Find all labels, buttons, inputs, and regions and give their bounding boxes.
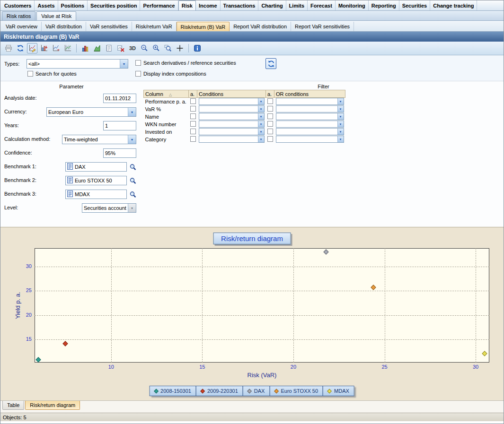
info-icon[interactable] — [192, 43, 203, 53]
or-condition-select[interactable]: ▼ — [276, 136, 344, 143]
tab-risk-return-b-var[interactable]: Risk/return (B) VaR — [177, 22, 230, 31]
or-condition-select[interactable]: ▼ — [276, 128, 344, 135]
or-active-checkbox[interactable] — [267, 121, 273, 127]
crosshair-icon[interactable] — [175, 43, 185, 53]
search-quotes-checkbox[interactable]: Search for quotes — [27, 71, 77, 77]
or-active-checkbox[interactable] — [267, 113, 273, 119]
search-panel: Types: <all> ▼ Search derivatives / refe… — [0, 55, 504, 81]
bottom-tab-risk-return-diagram[interactable]: Risk/return diagram — [25, 401, 80, 410]
search-magnifier-button[interactable] — [128, 176, 138, 186]
threed-icon[interactable]: 3D — [127, 43, 138, 53]
bar-chart-icon[interactable] — [80, 43, 90, 53]
tab-report-var-distribution[interactable]: Report VaR distribution — [230, 22, 291, 31]
menu-item-reporting[interactable]: Reporting — [369, 0, 399, 10]
benchmark-3-field[interactable]: MDAX — [65, 190, 127, 199]
menu-item-income[interactable]: Income — [196, 0, 221, 10]
search-derivatives-checkbox[interactable]: Search derivatives / reference securitie… — [135, 60, 236, 66]
diamond-icon — [154, 389, 159, 393]
refresh-search-button[interactable] — [265, 58, 276, 69]
menu-item-charting[interactable]: Charting — [258, 0, 286, 10]
condition-select[interactable]: ▼ — [199, 105, 265, 112]
filter-col-header-column-0[interactable]: Column△ — [144, 90, 189, 98]
tab-risk-return-var[interactable]: Risk/return VaR — [132, 22, 177, 31]
or-active-checkbox[interactable] — [267, 98, 273, 104]
legend-item-2009-220301[interactable]: 2009-220301 — [196, 386, 243, 396]
benchmark-2-field[interactable]: Euro STOXX 50 — [65, 176, 127, 185]
level-select[interactable]: Securities account▼ — [82, 203, 136, 213]
currency-select[interactable]: European Euro▼ — [46, 107, 136, 117]
values-chart-icon[interactable] — [39, 43, 49, 53]
filter-field-name: Name — [144, 113, 189, 121]
menu-item-forecast[interactable]: Forecast — [308, 0, 336, 10]
menu-item-assets[interactable]: Assets — [35, 0, 58, 10]
zoom-out-icon[interactable] — [139, 43, 150, 53]
tab-var-overview[interactable]: VaR overview — [2, 22, 42, 31]
and-active-checkbox[interactable] — [190, 106, 196, 112]
tab-var-sensitivities[interactable]: VaR sensitivities — [86, 22, 132, 31]
analysis-date-input[interactable] — [103, 94, 136, 103]
or-condition-select[interactable]: ▼ — [276, 113, 344, 120]
tab-value-at-risk[interactable]: Value at Risk — [36, 11, 76, 20]
zoom-window-icon[interactable] — [163, 43, 173, 53]
and-active-checkbox[interactable] — [190, 113, 196, 119]
or-condition-select[interactable]: ▼ — [276, 98, 344, 105]
area-chart-icon[interactable] — [92, 43, 102, 53]
menu-item-securities-position[interactable]: Securities position — [88, 0, 140, 10]
x-tick-label: 30 — [469, 364, 483, 370]
and-active-checkbox[interactable] — [190, 98, 196, 104]
benchmark-1-field[interactable]: DAX — [65, 162, 127, 172]
and-active-checkbox[interactable] — [190, 129, 196, 134]
tab-report-var-sensitivities[interactable]: Report VaR sensitivities — [291, 22, 354, 31]
filter-col-header-conditions-2[interactable]: Conditions — [197, 90, 266, 98]
filter-col-header-a-3[interactable]: a. — [266, 90, 274, 98]
condition-select[interactable]: ▼ — [199, 113, 265, 120]
condition-select[interactable]: ▼ — [199, 128, 265, 135]
types-select[interactable]: <all> ▼ — [27, 59, 128, 69]
chevron-down-icon: ▼ — [337, 98, 344, 104]
delete-chart-icon[interactable] — [115, 43, 126, 53]
search-magnifier-button[interactable] — [128, 190, 138, 199]
filter-col-header-or-conditions-4[interactable]: OR conditions — [274, 90, 345, 98]
or-active-checkbox[interactable] — [267, 136, 273, 142]
report-icon[interactable] — [104, 43, 114, 53]
menu-item-transactions[interactable]: Transactions — [221, 0, 259, 10]
condition-select[interactable]: ▼ — [199, 121, 265, 128]
edit-chart-icon[interactable] — [27, 43, 37, 53]
menu-item-customers[interactable]: Customers — [1, 0, 35, 10]
print-icon[interactable] — [3, 43, 14, 53]
x-tick-label: 25 — [378, 364, 392, 370]
tab-var-distribution[interactable]: VaR distribution — [42, 22, 86, 31]
zoom-in-icon[interactable] — [151, 43, 161, 53]
or-active-checkbox[interactable] — [267, 129, 273, 134]
menu-item-risk[interactable]: Risk — [178, 0, 196, 10]
and-active-checkbox[interactable] — [190, 136, 196, 142]
grid-chart-icon[interactable] — [62, 43, 73, 53]
or-active-checkbox[interactable] — [267, 106, 273, 112]
menu-item-securities[interactable]: Securities — [399, 0, 431, 10]
legend-item-dax[interactable]: DAX — [243, 386, 270, 396]
search-magnifier-button[interactable] — [128, 163, 138, 172]
menu-item-change-tracking[interactable]: Change tracking — [430, 0, 477, 10]
display-index-compositions-checkbox[interactable]: Display index compositions — [135, 71, 206, 77]
menu-item-positions[interactable]: Positions — [58, 0, 88, 10]
tab-risk-ratios[interactable]: Risk ratios — [2, 11, 35, 20]
menu-item-limits[interactable]: Limits — [286, 0, 308, 10]
calculation-method-select[interactable]: Time-weighted▼ — [62, 135, 136, 144]
or-condition-select[interactable]: ▼ — [276, 105, 344, 112]
condition-select[interactable]: ▼ — [199, 136, 265, 143]
years-input[interactable] — [103, 121, 136, 130]
legend-item-euro-stoxx-50[interactable]: Euro STOXX 50 — [269, 386, 323, 396]
menu-item-monitoring[interactable]: Monitoring — [336, 0, 369, 10]
legend-item-2008-150301[interactable]: 2008-150301 — [149, 386, 196, 396]
bottom-tab-table[interactable]: Table — [2, 401, 24, 410]
menu-item-performance[interactable]: Performance — [140, 0, 178, 10]
confidence-input[interactable] — [103, 148, 136, 158]
checkbox-icon — [135, 71, 141, 77]
filter-col-header-a-1[interactable]: a. — [189, 90, 197, 98]
switch-chart-icon[interactable] — [51, 43, 61, 53]
or-condition-select[interactable]: ▼ — [276, 121, 344, 128]
legend-item-mdax[interactable]: MDAX — [323, 386, 354, 396]
condition-select[interactable]: ▼ — [199, 98, 265, 105]
refresh-icon[interactable] — [15, 43, 26, 53]
and-active-checkbox[interactable] — [190, 121, 196, 127]
